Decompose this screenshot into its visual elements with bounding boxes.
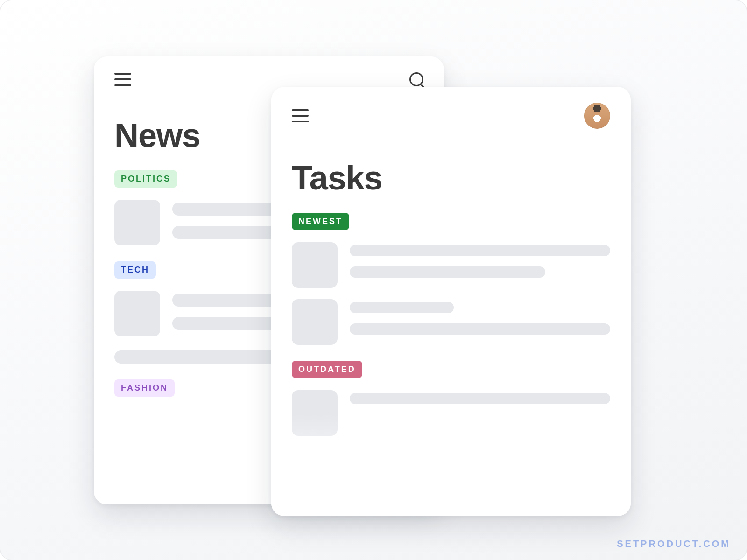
- list-item: [292, 390, 610, 436]
- watermark: SETPRODUCT.COM: [617, 539, 731, 549]
- placeholder-line: [350, 266, 545, 278]
- text-placeholder: [350, 299, 610, 335]
- placeholder-line: [350, 302, 454, 313]
- thumbnail-placeholder: [292, 242, 338, 288]
- stage: News POLITICS TECH: [0, 0, 747, 560]
- chip-outdated[interactable]: OUTDATED: [292, 361, 362, 378]
- news-card-header: [94, 56, 444, 86]
- thumbnail-placeholder: [292, 390, 338, 436]
- thumbnail-placeholder: [114, 200, 160, 245]
- tasks-card-header: [271, 87, 631, 129]
- list-item: [292, 299, 610, 345]
- tasks-section-outdated: OUTDATED: [292, 361, 610, 436]
- chip-fashion[interactable]: FASHION: [114, 379, 175, 397]
- text-placeholder: [350, 242, 610, 278]
- chip-politics[interactable]: POLITICS: [114, 170, 177, 188]
- thumbnail-placeholder: [292, 299, 338, 345]
- text-placeholder: [350, 390, 610, 404]
- tasks-section-newest: NEWEST: [292, 213, 610, 345]
- chip-newest[interactable]: NEWEST: [292, 213, 349, 230]
- menu-icon[interactable]: [292, 109, 309, 122]
- chip-tech[interactable]: TECH: [114, 261, 156, 279]
- thumbnail-placeholder: [114, 291, 160, 336]
- placeholder-line: [350, 393, 610, 404]
- placeholder-line: [350, 245, 610, 256]
- tasks-card: Tasks NEWEST: [271, 87, 631, 516]
- search-icon[interactable]: [409, 72, 423, 86]
- tasks-card-body: Tasks NEWEST: [271, 129, 631, 436]
- tasks-title: Tasks: [292, 159, 610, 197]
- avatar[interactable]: [584, 103, 610, 129]
- list-item: [292, 242, 610, 288]
- menu-icon[interactable]: [114, 73, 131, 86]
- placeholder-line: [350, 323, 610, 335]
